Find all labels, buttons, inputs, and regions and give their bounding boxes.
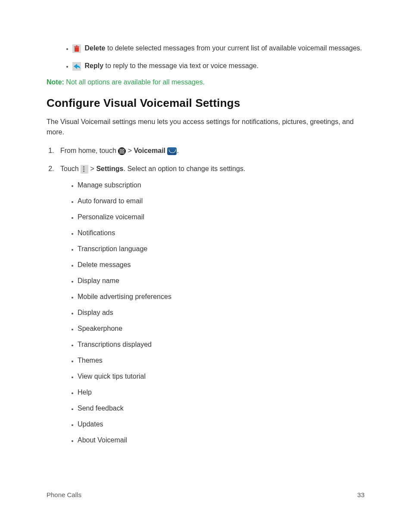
list-item: Display ads xyxy=(78,308,364,318)
step1-prefix: From home, touch xyxy=(60,147,118,154)
steps-list: From home, touch > Voicemail . Touch > S… xyxy=(47,146,364,445)
svg-rect-0 xyxy=(75,47,79,52)
voicemail-label: Voicemail xyxy=(134,147,166,154)
delete-label: Delete xyxy=(84,44,105,52)
action-list: Delete to delete selected messages from … xyxy=(47,43,364,71)
list-item: Transcriptions displayed xyxy=(78,339,364,350)
section-intro: The Visual Voicemail settings menu lets … xyxy=(47,117,364,137)
reply-icon xyxy=(72,62,81,71)
list-item: View quick tips tutorial xyxy=(78,371,364,382)
svg-rect-2 xyxy=(76,45,78,46)
list-item: Send feedback xyxy=(78,403,364,414)
list-item: Transcription language xyxy=(78,244,364,254)
step2-prefix: Touch xyxy=(60,165,81,172)
list-item: Mobile advertising preferences xyxy=(78,292,364,302)
settings-label: Settings xyxy=(96,165,123,172)
list-item: About Voicemail xyxy=(78,435,364,445)
reply-label: Reply xyxy=(84,62,103,69)
delete-text: to delete selected messages from your cu… xyxy=(105,44,362,52)
list-item: Updates xyxy=(78,419,364,429)
list-item: Delete messages xyxy=(78,260,364,270)
list-item: Reply to reply to the message via text o… xyxy=(72,61,364,71)
options-list: Manage subscription Auto forward to emai… xyxy=(60,180,364,445)
list-item: Speakerphone xyxy=(78,324,364,334)
list-item: Notifications xyxy=(78,228,364,238)
step1-sep: > xyxy=(126,147,134,154)
list-item: Delete to delete selected messages from … xyxy=(72,43,364,53)
step2-sep: > xyxy=(88,165,96,172)
list-item: Help xyxy=(78,387,364,398)
apps-icon xyxy=(118,147,126,155)
note-label: Note: xyxy=(47,78,64,86)
step1-suffix: . xyxy=(177,147,178,154)
menu-icon xyxy=(81,165,88,174)
step-1: From home, touch > Voicemail . xyxy=(56,146,364,156)
note-text: Not all options are available for all me… xyxy=(64,78,205,86)
list-item: Auto forward to email xyxy=(78,196,364,206)
page-footer: Phone Calls 33 xyxy=(47,491,364,498)
reply-text: to reply to the message via text or voic… xyxy=(103,62,258,69)
section-heading: Configure Visual Voicemail Settings xyxy=(47,96,364,110)
list-item: Personalize voicemail xyxy=(78,212,364,222)
list-item: Display name xyxy=(78,276,364,286)
note-line: Note: Not all options are available for … xyxy=(47,78,364,86)
delete-icon xyxy=(72,44,81,53)
footer-section: Phone Calls xyxy=(47,491,81,498)
step2-suffix: . Select an option to change its setting… xyxy=(124,165,246,172)
list-item: Manage subscription xyxy=(78,180,364,190)
list-item: Themes xyxy=(78,355,364,366)
voicemail-icon xyxy=(167,147,177,155)
footer-page-number: 33 xyxy=(357,491,364,498)
svg-rect-1 xyxy=(74,46,79,47)
page-content: Delete to delete selected messages from … xyxy=(0,0,411,445)
step-2: Touch > Settings. Select an option to ch… xyxy=(56,164,364,445)
